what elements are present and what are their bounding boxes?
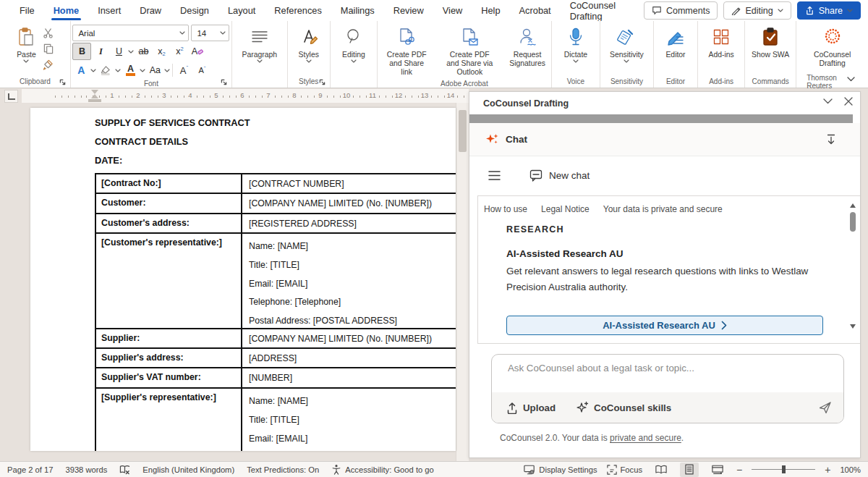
bold-button[interactable]: B — [72, 43, 91, 60]
page-indicator[interactable]: Page 2 of 17 — [7, 465, 53, 474]
horizontal-ruler[interactable]: 1 2 3 4 5 6 7 8 9 10 11 12 13 14 — [22, 89, 469, 103]
new-chat-label[interactable]: New chat — [549, 170, 590, 181]
ai-assisted-research-button[interactable]: AI-Assisted Research AU — [506, 316, 823, 335]
panel-collapse-button[interactable] — [823, 98, 833, 104]
scrollbar-thumb[interactable] — [459, 110, 467, 152]
how-to-use-link[interactable]: How to use — [484, 204, 527, 214]
left-indent-marker[interactable] — [88, 99, 101, 102]
superscript-button[interactable]: x2 — [171, 43, 188, 59]
font-name-select[interactable]: Arial — [72, 25, 189, 41]
document-page[interactable]: SUPPLY OF SERVICES CONTRACT CONTRACT DET… — [30, 108, 456, 451]
legal-notice-link[interactable]: Legal Notice — [541, 204, 590, 214]
font-color-button[interactable]: A — [122, 62, 139, 78]
clear-formatting-button[interactable]: A — [189, 43, 206, 59]
menu-design[interactable]: Design — [171, 0, 218, 21]
create-pdf-share-link-button[interactable]: Create PDF and Share link — [380, 23, 433, 79]
language-indicator[interactable]: English (United Kingdom) — [142, 465, 234, 474]
font-dialog-launcher[interactable] — [221, 79, 227, 85]
highlight-color-button[interactable] — [97, 62, 114, 78]
web-layout-button[interactable] — [708, 463, 727, 477]
menu-references[interactable]: References — [265, 0, 331, 21]
collapse-ribbon-button[interactable] — [847, 77, 855, 82]
styles-button[interactable]: Styles — [296, 23, 322, 65]
menu-cocounsel-drafting[interactable]: CoCounsel Drafting — [561, 0, 644, 21]
change-case-button[interactable]: Aa — [146, 62, 163, 78]
new-chat-button[interactable] — [529, 169, 542, 182]
menu-mailings[interactable]: Mailings — [331, 0, 384, 21]
show-swa-button[interactable]: Show SWA — [749, 23, 792, 62]
chevron-down-icon[interactable] — [90, 69, 96, 72]
chevron-down-icon[interactable] — [140, 69, 145, 72]
zoom-in-button[interactable]: + — [825, 464, 830, 476]
hanging-indent-marker[interactable] — [91, 94, 98, 98]
cut-button[interactable] — [41, 26, 56, 40]
chevron-down-icon[interactable] — [115, 69, 121, 72]
italic-button[interactable]: I — [92, 43, 109, 59]
data-private-link[interactable]: Your data is private and secure — [603, 204, 723, 214]
editing-mode-button[interactable]: Editing — [723, 1, 791, 20]
styles-dialog-launcher[interactable] — [319, 79, 326, 85]
zoom-slider-thumb[interactable] — [782, 465, 786, 473]
scrollbar-thumb[interactable] — [850, 212, 856, 232]
menu-review[interactable]: Review — [384, 0, 433, 21]
cocounsel-drafting-button[interactable]: CoCounsel Drafting — [801, 23, 864, 70]
comments-button[interactable]: Comments — [644, 1, 718, 20]
chevron-down-icon[interactable] — [164, 69, 170, 72]
dictate-button[interactable]: Dictate — [561, 23, 590, 65]
strikethrough-button[interactable]: ab — [135, 43, 152, 59]
upload-button[interactable]: Upload — [506, 402, 556, 414]
menu-help[interactable]: Help — [472, 0, 509, 21]
format-painter-button[interactable] — [41, 58, 56, 72]
menu-layout[interactable]: Layout — [218, 0, 265, 21]
subscript-button[interactable]: x2 — [153, 43, 170, 59]
chat-input[interactable] — [506, 362, 820, 374]
document-vertical-scrollbar[interactable] — [456, 103, 469, 461]
cocounsel-skills-button[interactable]: CoCounsel skills — [576, 401, 671, 414]
send-button[interactable] — [818, 401, 832, 414]
paste-button[interactable]: Paste — [14, 23, 39, 65]
accessibility-indicator[interactable]: Accessibility: Good to go — [331, 464, 434, 475]
text-predictions-indicator[interactable]: Text Predictions: On — [247, 465, 319, 474]
menu-hamburger-button[interactable] — [488, 171, 501, 180]
menu-file[interactable]: File — [10, 0, 44, 21]
scroll-up-arrow[interactable] — [850, 203, 856, 208]
focus-button[interactable]: Focus — [607, 465, 642, 475]
zoom-slider[interactable] — [752, 469, 815, 470]
chat-header-row: Chat — [469, 123, 860, 156]
read-mode-button[interactable] — [652, 463, 671, 477]
clipboard-dialog-launcher[interactable] — [59, 79, 66, 85]
editor-button[interactable]: Editor — [663, 23, 688, 62]
editing-button[interactable]: Editing — [339, 23, 368, 65]
chevron-down-icon[interactable] — [128, 50, 134, 54]
text-effects-button[interactable]: A — [72, 62, 90, 78]
paragraph-button[interactable]: Paragraph — [239, 23, 280, 65]
menu-view[interactable]: View — [433, 0, 472, 21]
sensitivity-button[interactable]: Sensitivity — [607, 23, 647, 65]
menu-insert[interactable]: Insert — [88, 0, 130, 21]
addins-button[interactable]: Add-ins — [706, 23, 737, 62]
zoom-out-button[interactable]: − — [736, 464, 742, 476]
display-settings-button[interactable]: Display Settings — [524, 465, 597, 475]
copy-button[interactable] — [41, 42, 56, 56]
panel-scrollbar[interactable] — [848, 200, 857, 339]
dock-panel-button[interactable] — [825, 134, 837, 145]
share-button[interactable]: Share — [797, 1, 861, 20]
menu-home[interactable]: Home — [44, 0, 89, 21]
grow-font-button[interactable]: Aˆ — [175, 62, 192, 78]
print-layout-button[interactable] — [680, 463, 699, 477]
zoom-level[interactable]: 100% — [840, 465, 861, 474]
panel-horizontal-scrollbar[interactable] — [469, 114, 853, 123]
shrink-font-button[interactable]: Aˇ — [193, 62, 210, 78]
tab-stop-selector[interactable] — [4, 90, 18, 103]
scroll-down-arrow[interactable] — [850, 324, 856, 329]
create-pdf-share-outlook-button[interactable]: Create PDF and Share via Outlook — [440, 23, 499, 79]
request-signatures-button[interactable]: Request Signatures — [506, 23, 548, 70]
word-count[interactable]: 3938 words — [65, 465, 107, 474]
menu-draw[interactable]: Draw — [130, 0, 171, 21]
font-size-select[interactable]: 14 — [191, 25, 229, 41]
panel-close-button[interactable] — [844, 97, 853, 106]
private-secure-link[interactable]: private and secure — [610, 433, 681, 443]
menu-acrobat[interactable]: Acrobat — [510, 0, 561, 21]
underline-button[interactable]: U — [110, 43, 127, 59]
proofing-status-icon[interactable] — [119, 465, 130, 475]
